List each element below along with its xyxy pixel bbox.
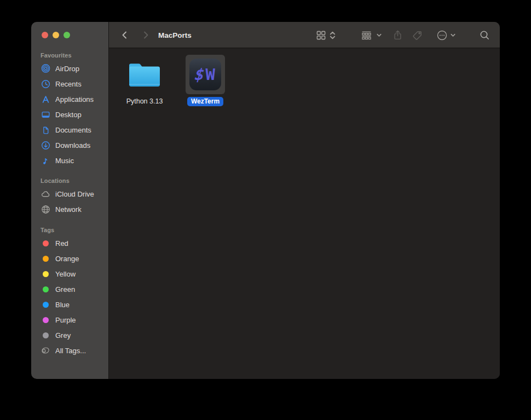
purple-tag-icon <box>40 314 51 325</box>
view-mode-chevrons-icon[interactable] <box>329 22 336 48</box>
more-actions-button[interactable] <box>436 22 448 48</box>
sidebar-item-label: Applications <box>55 95 94 103</box>
sidebar-item-tag-orange[interactable]: Orange <box>31 251 108 266</box>
window-title: MacPorts <box>158 22 192 48</box>
sidebar-item-label: Purple <box>55 316 76 324</box>
sidebar: Favourites AirDrop Recent <box>31 22 109 379</box>
sidebar-item-tag-green[interactable]: Green <box>31 281 108 297</box>
sidebar-item-label: Documents <box>55 126 91 134</box>
document-icon <box>40 124 51 135</box>
sidebar-item-tag-purple[interactable]: Purple <box>31 312 108 327</box>
chevron-down-icon <box>376 22 382 48</box>
search-button[interactable] <box>480 22 490 48</box>
music-note-icon <box>40 155 51 166</box>
cloud-icon <box>40 188 51 199</box>
minimize-window-button[interactable] <box>53 32 59 38</box>
green-tag-icon <box>40 284 51 295</box>
sidebar-item-label: Orange <box>55 255 79 263</box>
close-window-button[interactable] <box>42 32 48 38</box>
sidebar-section-favourites: Favourites <box>31 50 108 61</box>
download-icon <box>40 140 51 151</box>
sidebar-section-tags: Tags <box>31 225 108 235</box>
sidebar-item-label: Blue <box>55 301 70 309</box>
sidebar-item-tag-blue[interactable]: Blue <box>31 297 108 312</box>
selected-file-label: WezTerm <box>187 97 223 106</box>
sidebar-item-label: All Tags... <box>55 347 86 355</box>
sidebar-item-recents[interactable]: Recents <box>31 76 108 91</box>
sidebar-item-label: Red <box>55 239 68 248</box>
group-by-button[interactable] <box>361 22 372 48</box>
main-pane: MacPorts <box>109 22 500 379</box>
sidebar-item-applications[interactable]: Applications <box>31 91 108 107</box>
red-tag-icon <box>40 238 51 249</box>
yellow-tag-icon <box>40 268 51 279</box>
clock-icon <box>40 78 51 89</box>
sidebar-item-label: Green <box>55 285 75 294</box>
sidebar-item-label: Downloads <box>55 141 90 149</box>
file-label: WezTerm <box>177 97 234 106</box>
orange-tag-icon <box>40 253 51 264</box>
forward-button[interactable] <box>141 22 151 48</box>
back-button[interactable] <box>120 22 130 48</box>
wezterm-icon-glyph: $ <box>194 65 206 84</box>
sidebar-item-label: iCloud Drive <box>55 190 94 198</box>
blue-tag-icon <box>40 299 51 310</box>
file-item-wezterm-app[interactable]: $W WezTerm <box>177 55 234 106</box>
sidebar-item-label: Network <box>55 205 82 214</box>
wezterm-app-icon: $W <box>189 59 221 90</box>
desktop-icon <box>40 109 51 120</box>
sidebar-item-tag-red[interactable]: Red <box>31 235 108 251</box>
folder-icon <box>125 55 164 94</box>
sidebar-scroll-area: Favourites AirDrop Recent <box>31 50 108 358</box>
sidebar-item-label: Grey <box>55 331 71 340</box>
sidebar-item-tag-grey[interactable]: Grey <box>31 327 108 343</box>
grey-tag-icon <box>40 330 51 341</box>
sidebar-item-label: AirDrop <box>55 65 79 73</box>
sidebar-item-documents[interactable]: Documents <box>31 122 108 137</box>
sidebar-item-tag-yellow[interactable]: Yellow <box>31 266 108 281</box>
sidebar-item-all-tags[interactable]: All Tags... <box>31 343 108 358</box>
file-item-python-folder[interactable]: Python 3.13 <box>116 55 173 106</box>
sidebar-item-network[interactable]: Network <box>31 202 108 217</box>
wezterm-icon-glyph: W <box>206 65 216 84</box>
traffic-lights <box>42 32 70 38</box>
share-button[interactable] <box>393 22 403 48</box>
chevron-down-icon <box>450 22 456 48</box>
desktop-background: Favourites AirDrop Recent <box>0 0 531 420</box>
sidebar-item-icloud-drive[interactable]: iCloud Drive <box>31 186 108 202</box>
airdrop-icon <box>40 63 51 74</box>
finder-window: Favourites AirDrop Recent <box>31 22 500 379</box>
zoom-window-button[interactable] <box>64 32 70 38</box>
icon-view-button[interactable] <box>316 22 326 48</box>
toolbar: MacPorts <box>109 22 500 48</box>
sidebar-item-label: Yellow <box>55 270 76 278</box>
sidebar-item-label: Recents <box>55 80 82 88</box>
all-tags-icon <box>40 345 51 356</box>
applications-icon <box>40 94 51 105</box>
sidebar-item-label: Music <box>55 157 74 165</box>
sidebar-section-locations: Locations <box>31 175 108 186</box>
sidebar-item-airdrop[interactable]: AirDrop <box>31 61 108 76</box>
file-browser-content[interactable]: Python 3.13 $W WezTerm <box>109 48 500 379</box>
selected-icon-highlight: $W <box>186 55 225 94</box>
sidebar-item-music[interactable]: Music <box>31 153 108 168</box>
sidebar-item-label: Desktop <box>55 111 82 119</box>
file-label: Python 3.13 <box>116 97 173 106</box>
sidebar-item-desktop[interactable]: Desktop <box>31 107 108 122</box>
tag-button[interactable] <box>412 22 423 48</box>
sidebar-item-downloads[interactable]: Downloads <box>31 137 108 153</box>
globe-icon <box>40 204 51 215</box>
